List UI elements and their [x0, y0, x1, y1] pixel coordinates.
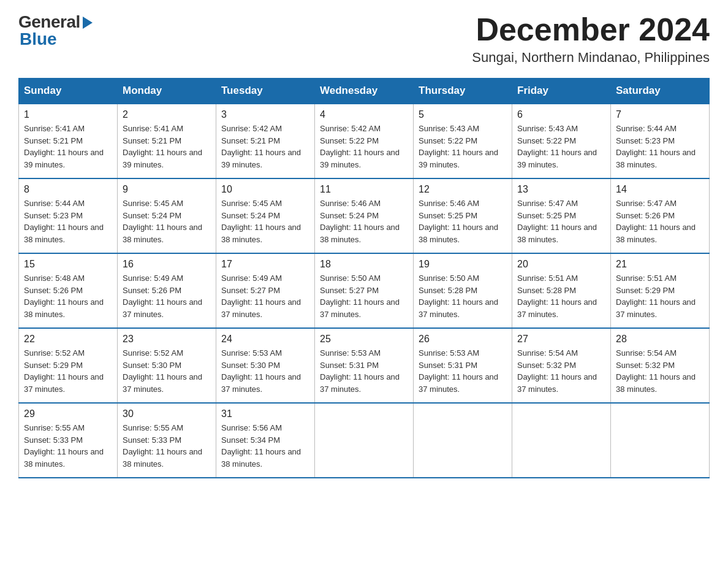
calendar-cell: 9Sunrise: 5:45 AMSunset: 5:24 PMDaylight…: [118, 178, 216, 253]
day-number: 25: [320, 334, 408, 345]
calendar-cell: 26Sunrise: 5:53 AMSunset: 5:31 PMDayligh…: [414, 328, 512, 403]
day-number: 23: [123, 334, 211, 345]
day-info: Sunrise: 5:42 AMSunset: 5:21 PMDaylight:…: [221, 123, 309, 170]
calendar-cell: 24Sunrise: 5:53 AMSunset: 5:30 PMDayligh…: [216, 328, 315, 403]
day-info: Sunrise: 5:53 AMSunset: 5:31 PMDaylight:…: [419, 347, 507, 395]
day-number: 31: [221, 408, 309, 419]
day-info: Sunrise: 5:55 AMSunset: 5:33 PMDaylight:…: [123, 422, 211, 470]
day-number: 16: [123, 259, 211, 270]
calendar-cell: 22Sunrise: 5:52 AMSunset: 5:29 PMDayligh…: [19, 328, 118, 403]
calendar-header-row: SundayMondayTuesdayWednesdayThursdayFrid…: [19, 79, 710, 104]
calendar-header-thursday: Thursday: [414, 79, 512, 104]
calendar-cell: 28Sunrise: 5:54 AMSunset: 5:32 PMDayligh…: [611, 328, 710, 403]
calendar-week-row: 15Sunrise: 5:48 AMSunset: 5:26 PMDayligh…: [19, 253, 710, 328]
day-number: 26: [419, 334, 507, 345]
day-number: 11: [320, 184, 408, 195]
calendar-week-row: 22Sunrise: 5:52 AMSunset: 5:29 PMDayligh…: [19, 328, 710, 403]
month-title: December 2024: [472, 12, 710, 47]
day-number: 3: [221, 109, 309, 120]
day-number: 1: [24, 109, 112, 120]
day-info: Sunrise: 5:51 AMSunset: 5:29 PMDaylight:…: [616, 272, 704, 320]
calendar-cell: 10Sunrise: 5:45 AMSunset: 5:24 PMDayligh…: [216, 178, 315, 253]
day-info: Sunrise: 5:53 AMSunset: 5:31 PMDaylight:…: [320, 347, 408, 395]
calendar-header-monday: Monday: [118, 79, 216, 104]
day-info: Sunrise: 5:49 AMSunset: 5:26 PMDaylight:…: [123, 272, 211, 320]
day-info: Sunrise: 5:54 AMSunset: 5:32 PMDaylight:…: [517, 347, 605, 395]
calendar-cell: 17Sunrise: 5:49 AMSunset: 5:27 PMDayligh…: [216, 253, 315, 328]
day-number: 9: [123, 184, 211, 195]
day-info: Sunrise: 5:55 AMSunset: 5:33 PMDaylight:…: [24, 422, 112, 470]
day-info: Sunrise: 5:51 AMSunset: 5:28 PMDaylight:…: [517, 272, 605, 320]
calendar-cell: [512, 403, 611, 478]
calendar-cell: 6Sunrise: 5:43 AMSunset: 5:22 PMDaylight…: [512, 104, 611, 178]
calendar-header-sunday: Sunday: [19, 79, 118, 104]
calendar-cell: 1Sunrise: 5:41 AMSunset: 5:21 PMDaylight…: [19, 104, 118, 178]
day-info: Sunrise: 5:53 AMSunset: 5:30 PMDaylight:…: [221, 347, 309, 395]
calendar-cell: 4Sunrise: 5:42 AMSunset: 5:22 PMDaylight…: [315, 104, 414, 178]
day-info: Sunrise: 5:49 AMSunset: 5:27 PMDaylight:…: [221, 272, 309, 320]
day-number: 4: [320, 109, 408, 120]
day-info: Sunrise: 5:44 AMSunset: 5:23 PMDaylight:…: [24, 197, 112, 245]
day-number: 20: [517, 259, 605, 270]
calendar-cell: 25Sunrise: 5:53 AMSunset: 5:31 PMDayligh…: [315, 328, 414, 403]
day-info: Sunrise: 5:45 AMSunset: 5:24 PMDaylight:…: [221, 197, 309, 245]
day-number: 21: [616, 259, 704, 270]
day-number: 17: [221, 259, 309, 270]
day-info: Sunrise: 5:52 AMSunset: 5:30 PMDaylight:…: [123, 347, 211, 395]
day-number: 30: [123, 408, 211, 419]
day-number: 15: [24, 259, 112, 270]
calendar-cell: 31Sunrise: 5:56 AMSunset: 5:34 PMDayligh…: [216, 403, 315, 478]
calendar-cell: 12Sunrise: 5:46 AMSunset: 5:25 PMDayligh…: [414, 178, 512, 253]
calendar-cell: 2Sunrise: 5:41 AMSunset: 5:21 PMDaylight…: [118, 104, 216, 178]
calendar-cell: 30Sunrise: 5:55 AMSunset: 5:33 PMDayligh…: [118, 403, 216, 478]
day-info: Sunrise: 5:47 AMSunset: 5:25 PMDaylight:…: [517, 197, 605, 245]
calendar-week-row: 29Sunrise: 5:55 AMSunset: 5:33 PMDayligh…: [19, 403, 710, 478]
logo: General Blue: [18, 12, 93, 49]
day-info: Sunrise: 5:54 AMSunset: 5:32 PMDaylight:…: [616, 347, 704, 395]
day-number: 19: [419, 259, 507, 270]
day-number: 24: [221, 334, 309, 345]
day-number: 28: [616, 334, 704, 345]
day-info: Sunrise: 5:43 AMSunset: 5:22 PMDaylight:…: [419, 123, 507, 170]
day-number: 27: [517, 334, 605, 345]
day-info: Sunrise: 5:43 AMSunset: 5:22 PMDaylight:…: [517, 123, 605, 170]
day-info: Sunrise: 5:50 AMSunset: 5:27 PMDaylight:…: [320, 272, 408, 320]
calendar-header-saturday: Saturday: [611, 79, 710, 104]
day-number: 29: [24, 408, 112, 419]
calendar-table: SundayMondayTuesdayWednesdayThursdayFrid…: [18, 78, 710, 478]
day-number: 5: [419, 109, 507, 120]
calendar-cell: [315, 403, 414, 478]
calendar-header-tuesday: Tuesday: [216, 79, 315, 104]
day-info: Sunrise: 5:41 AMSunset: 5:21 PMDaylight:…: [24, 123, 112, 170]
calendar-cell: 8Sunrise: 5:44 AMSunset: 5:23 PMDaylight…: [19, 178, 118, 253]
calendar-cell: 7Sunrise: 5:44 AMSunset: 5:23 PMDaylight…: [611, 104, 710, 178]
calendar-cell: 14Sunrise: 5:47 AMSunset: 5:26 PMDayligh…: [611, 178, 710, 253]
calendar-week-row: 1Sunrise: 5:41 AMSunset: 5:21 PMDaylight…: [19, 104, 710, 178]
calendar-cell: [414, 403, 512, 478]
page-header: General Blue December 2024 Sungai, North…: [18, 12, 710, 66]
calendar-header-friday: Friday: [512, 79, 611, 104]
day-info: Sunrise: 5:56 AMSunset: 5:34 PMDaylight:…: [221, 422, 309, 470]
calendar-cell: 19Sunrise: 5:50 AMSunset: 5:28 PMDayligh…: [414, 253, 512, 328]
day-number: 18: [320, 259, 408, 270]
day-number: 14: [616, 184, 704, 195]
day-number: 12: [419, 184, 507, 195]
calendar-cell: 18Sunrise: 5:50 AMSunset: 5:27 PMDayligh…: [315, 253, 414, 328]
day-number: 6: [517, 109, 605, 120]
calendar-cell: 3Sunrise: 5:42 AMSunset: 5:21 PMDaylight…: [216, 104, 315, 178]
day-info: Sunrise: 5:48 AMSunset: 5:26 PMDaylight:…: [24, 272, 112, 320]
title-block: December 2024 Sungai, Northern Mindanao,…: [472, 12, 710, 66]
day-number: 13: [517, 184, 605, 195]
calendar-cell: 11Sunrise: 5:46 AMSunset: 5:24 PMDayligh…: [315, 178, 414, 253]
day-info: Sunrise: 5:50 AMSunset: 5:28 PMDaylight:…: [419, 272, 507, 320]
calendar-cell: [611, 403, 710, 478]
calendar-header-wednesday: Wednesday: [315, 79, 414, 104]
location-title: Sungai, Northern Mindanao, Philippines: [472, 50, 710, 66]
day-info: Sunrise: 5:45 AMSunset: 5:24 PMDaylight:…: [123, 197, 211, 245]
calendar-cell: 15Sunrise: 5:48 AMSunset: 5:26 PMDayligh…: [19, 253, 118, 328]
day-info: Sunrise: 5:42 AMSunset: 5:22 PMDaylight:…: [320, 123, 408, 170]
calendar-cell: 29Sunrise: 5:55 AMSunset: 5:33 PMDayligh…: [19, 403, 118, 478]
calendar-cell: 13Sunrise: 5:47 AMSunset: 5:25 PMDayligh…: [512, 178, 611, 253]
calendar-cell: 5Sunrise: 5:43 AMSunset: 5:22 PMDaylight…: [414, 104, 512, 178]
day-number: 8: [24, 184, 112, 195]
